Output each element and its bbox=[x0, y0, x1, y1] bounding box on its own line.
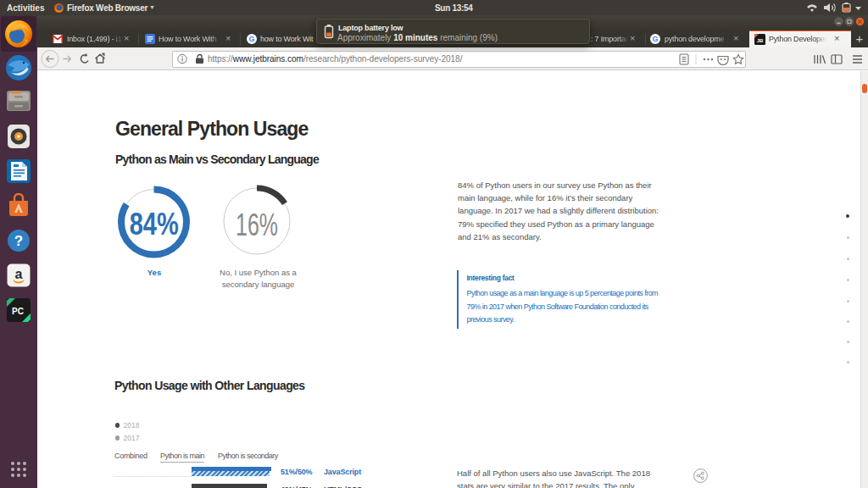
svg-text:JB: JB bbox=[757, 38, 764, 43]
svg-text:G: G bbox=[652, 35, 658, 43]
svg-text:PC: PC bbox=[12, 307, 24, 316]
svg-text:a: a bbox=[15, 267, 23, 281]
svg-text:84%: 84% bbox=[130, 207, 179, 241]
svg-text:G: G bbox=[248, 35, 254, 43]
svg-text:16%: 16% bbox=[236, 208, 278, 242]
svg-text:?: ? bbox=[14, 233, 23, 249]
